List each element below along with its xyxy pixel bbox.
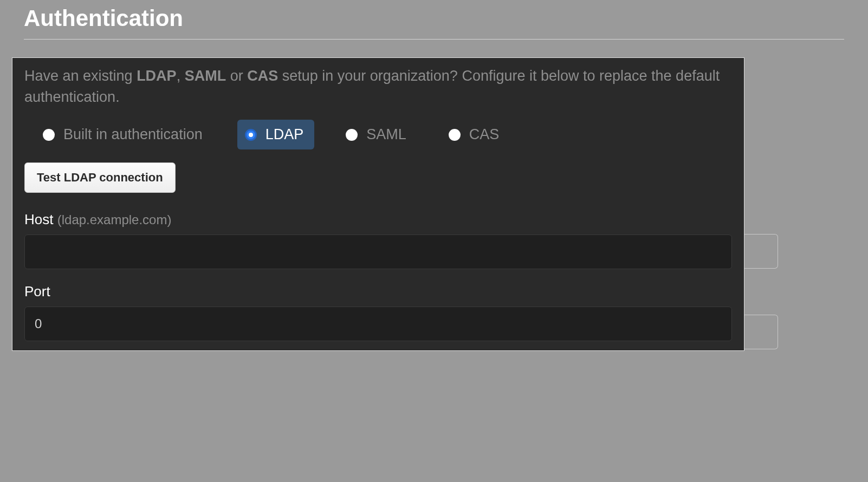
title-divider [24,39,844,40]
auth-option-label: CAS [469,126,500,143]
auth-intro-text: Have an existing LDAP, SAML or CAS setup… [24,66,732,108]
auth-config-panel: Have an existing LDAP, SAML or CAS setup… [12,57,744,351]
host-hint: (ldap.example.com) [57,212,172,227]
host-input[interactable] [24,235,732,269]
port-input-trail [744,315,778,349]
auth-option-builtin[interactable]: Built in authentication [35,120,213,149]
test-ldap-button[interactable]: Test LDAP connection [24,162,176,193]
port-input[interactable] [24,307,732,341]
auth-option-ldap[interactable]: LDAP [237,120,315,149]
radio-icon [346,129,358,141]
auth-method-radio-group: Built in authentication LDAP SAML CAS [24,120,732,149]
page-title: Authentication [24,5,844,31]
auth-option-label: LDAP [265,126,304,143]
radio-icon [449,129,461,141]
encryption-select[interactable]: Plain [24,400,105,432]
port-label: Port [24,283,732,300]
radio-icon [43,129,55,141]
host-input-trail [744,234,778,269]
encryption-label: Encryption [24,374,844,390]
auth-option-label: Built in authentication [63,126,203,143]
auth-option-cas[interactable]: CAS [441,120,510,149]
radio-icon [245,129,257,141]
host-label: Host (ldap.example.com) [24,211,732,228]
auth-option-label: SAML [366,126,406,143]
select-caret-icon: ▲▼ [91,412,99,420]
auth-option-saml[interactable]: SAML [338,120,417,149]
